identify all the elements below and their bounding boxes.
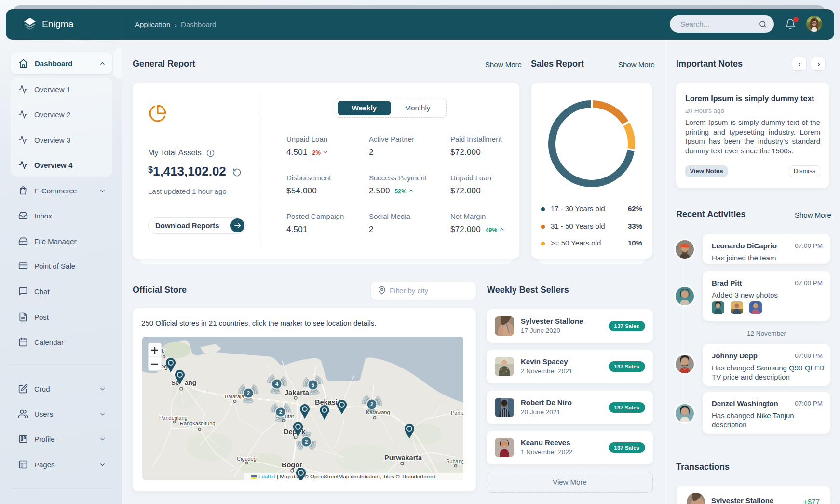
svg-text:Rangkasbitung: Rangkasbitung	[180, 421, 215, 426]
svg-text:2: 2	[279, 409, 282, 415]
svg-text:Pama: Pama	[451, 410, 463, 416]
svg-text:2: 2	[247, 390, 250, 396]
svg-text:5: 5	[312, 382, 314, 388]
svg-text:ang: ang	[185, 379, 196, 386]
svg-text:4: 4	[275, 381, 279, 387]
svg-text:Bogor: Bogor	[282, 461, 302, 469]
svg-text:Purwakarta: Purwakarta	[384, 454, 422, 462]
svg-text:Balaraja: Balaraja	[225, 394, 244, 399]
svg-text:Leaflet: Leaflet	[258, 474, 275, 479]
svg-text:Cigudeg: Cigudeg	[237, 456, 257, 462]
svg-text:Subang: Subang	[446, 458, 463, 464]
svg-text:Jakarta: Jakarta	[285, 389, 310, 396]
svg-text:2: 2	[305, 439, 308, 445]
svg-text:Bekasi: Bekasi	[315, 398, 338, 406]
svg-text:2: 2	[370, 401, 373, 407]
svg-text:Pandeglang: Pandeglang	[159, 415, 188, 421]
svg-text:utat: utat	[285, 413, 294, 419]
svg-text:k: k	[162, 348, 164, 354]
